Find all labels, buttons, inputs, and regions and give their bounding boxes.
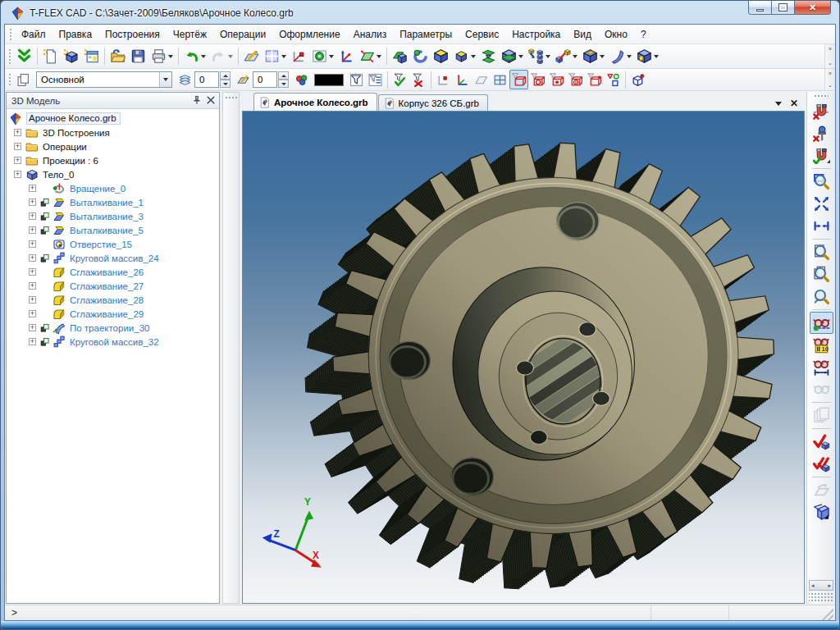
tree-item-по-траектории-30[interactable]: +По траектории_30: [9, 321, 219, 335]
hidden-lines-button[interactable]: [810, 312, 833, 334]
document-tab-1[interactable]: Арочное Колесо.grb: [253, 93, 377, 111]
tree-item-3d-построения[interactable]: +3D Построения: [9, 126, 219, 139]
tree-expander[interactable]: +: [29, 226, 36, 234]
boolean-subtract-button[interactable]: [499, 47, 526, 66]
new-page-button[interactable]: [262, 47, 289, 66]
select-loops-button[interactable]: [566, 70, 585, 89]
close-button[interactable]: ✕: [794, 1, 831, 15]
open-document-button[interactable]: [107, 47, 128, 66]
toolbar-overflow-button[interactable]: »⌄: [824, 44, 835, 68]
dropdown-arrow-icon[interactable]: [573, 55, 578, 58]
zoom-dynamic-button[interactable]: [810, 285, 833, 308]
rotate-workplane-button[interactable]: [810, 479, 833, 501]
copy-button[interactable]: [553, 47, 580, 66]
dropdown-arrow-icon[interactable]: [518, 55, 523, 58]
tree-expander[interactable]: +: [14, 157, 21, 164]
document-tab-2[interactable]: Корпус 326 СБ.grb: [378, 94, 488, 111]
zoom-fit-button[interactable]: [810, 215, 833, 237]
primitive-button[interactable]: [451, 47, 478, 66]
redo-button[interactable]: [208, 47, 235, 66]
tree-item-вращение-0[interactable]: +Вращение_0: [9, 181, 219, 195]
layer-spinner[interactable]: [220, 71, 231, 88]
level-input[interactable]: 0: [253, 71, 277, 88]
dropdown-arrow-icon[interactable]: [471, 55, 476, 58]
model-tree-header[interactable]: 3D Модель: [7, 93, 219, 109]
filter-on-button[interactable]: [390, 70, 409, 89]
layers-button[interactable]: [176, 70, 194, 89]
select-faces-button[interactable]: [509, 70, 528, 89]
zoom-all-pages-button[interactable]: [810, 263, 833, 285]
collapse-toolbars-button[interactable]: [14, 47, 34, 66]
tree-item-выталкивание-1[interactable]: +Выталкивание_1: [9, 195, 219, 209]
minimize-button[interactable]: [748, 1, 772, 15]
level-button[interactable]: [234, 70, 253, 89]
tab-list-button[interactable]: [775, 102, 782, 106]
tree-expander[interactable]: +: [29, 282, 36, 290]
dropdown-arrow-icon[interactable]: [377, 55, 381, 58]
menu-чертж[interactable]: Чертёж: [167, 26, 213, 43]
zoom-extents-button[interactable]: [810, 193, 833, 215]
layer-input[interactable]: 0: [194, 71, 219, 88]
zoom-window-button[interactable]: [810, 171, 833, 193]
menu-настройка[interactable]: Настройка: [505, 26, 567, 43]
close-panel-button[interactable]: [206, 95, 216, 107]
select-bodies-button[interactable]: [585, 70, 604, 89]
select-3d-node-button[interactable]: [434, 70, 453, 89]
snap-pin-button[interactable]: [810, 122, 833, 144]
tree-expander[interactable]: +: [29, 212, 36, 220]
select-lcs-button[interactable]: [453, 70, 472, 89]
menu-?[interactable]: ?: [634, 26, 653, 43]
menu-правка[interactable]: Правка: [52, 26, 99, 43]
tree-item-отверстие-15[interactable]: +Отверстие_15: [9, 237, 219, 251]
menu-оформление[interactable]: Оформление: [272, 26, 346, 43]
workplane-standard-button[interactable]: [309, 47, 336, 66]
workplane-button[interactable]: [357, 47, 384, 66]
boolean-button[interactable]: [431, 47, 451, 66]
dropdown-arrow-icon[interactable]: [546, 55, 550, 58]
dropdown-arrow-icon[interactable]: [228, 55, 233, 58]
resize-grip[interactable]: [822, 609, 833, 620]
tree-expander[interactable]: +: [29, 324, 36, 331]
dropdown-arrow-icon[interactable]: [201, 55, 206, 58]
select-vertices-button[interactable]: [547, 70, 566, 89]
sketch-button[interactable]: [241, 47, 262, 66]
level-spinner[interactable]: [278, 71, 289, 88]
view-measure-button[interactable]: [810, 356, 833, 378]
select-elements-button[interactable]: [604, 70, 623, 89]
view-toolbar-grip[interactable]: [814, 94, 829, 98]
pocket-button[interactable]: [580, 47, 607, 66]
menu-файл[interactable]: Файл: [15, 26, 52, 43]
color-palette-button[interactable]: [292, 70, 311, 89]
toolbar-main-grip[interactable]: [7, 48, 11, 64]
tree-expander[interactable]: +: [29, 310, 36, 317]
page-selector[interactable]: Основной: [36, 71, 172, 88]
check-all-button[interactable]: [810, 453, 833, 475]
loft-button[interactable]: [478, 47, 499, 66]
check-model-button[interactable]: [810, 431, 833, 453]
view-simplified-button[interactable]: [810, 378, 833, 400]
tree-item-сглаживание-27[interactable]: +Сглаживание_27: [9, 279, 219, 293]
dock-grip[interactable]: [225, 96, 238, 100]
menu-операции[interactable]: Операции: [213, 26, 272, 43]
menu-окно[interactable]: Окно: [598, 26, 634, 43]
detail-level-button[interactable]: 10: [810, 334, 833, 356]
toolbar-page-overflow-button[interactable]: »⌄: [824, 69, 835, 90]
view-toolbar-resize[interactable]: [809, 592, 833, 602]
tree-item-операции[interactable]: +Операции: [9, 139, 219, 153]
sweep-button[interactable]: [607, 47, 634, 66]
tree-expander[interactable]: +: [29, 268, 36, 276]
page-selector-arrow[interactable]: [159, 72, 171, 87]
select-workplane-button[interactable]: [472, 70, 491, 89]
rotation-button[interactable]: [410, 47, 431, 66]
pin-panel-button[interactable]: [192, 95, 202, 107]
tree-item-круговой-массив-32[interactable]: +Круговой массив_32: [9, 335, 219, 349]
view-orientation-button[interactable]: [810, 501, 833, 523]
new-dialog-document-button[interactable]: [81, 47, 102, 66]
zoom-page-button[interactable]: [810, 241, 833, 263]
close-document-button[interactable]: ✕: [790, 99, 798, 107]
page-list-button[interactable]: [14, 70, 33, 89]
maximize-button[interactable]: [772, 1, 794, 15]
tree-item-выталкивание-3[interactable]: +Выталкивание_3: [9, 209, 219, 223]
new-document-button[interactable]: [40, 47, 61, 66]
3d-viewport[interactable]: YZX: [242, 111, 805, 604]
